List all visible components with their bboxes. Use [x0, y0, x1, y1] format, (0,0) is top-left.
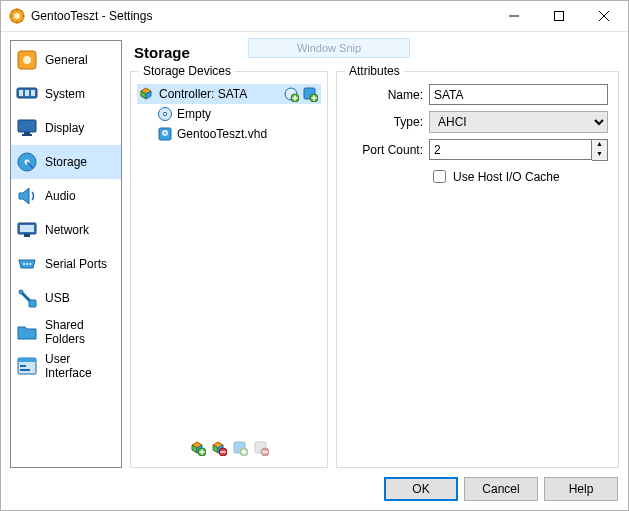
attributes-legend: Attributes	[345, 64, 404, 78]
hostio-label: Use Host I/O Cache	[453, 170, 560, 184]
sidebar-item-usb[interactable]: USB	[11, 281, 121, 315]
sidebar-item-network[interactable]: Network	[11, 213, 121, 247]
storage-icon	[15, 150, 39, 174]
storage-devices-legend: Storage Devices	[139, 64, 235, 78]
dialog-footer: OK Cancel Help	[1, 468, 628, 510]
sidebar-item-label: USB	[45, 291, 70, 305]
ok-button[interactable]: OK	[384, 477, 458, 501]
sidebar-item-label: General	[45, 53, 88, 67]
attributes-group: Attributes Name: Type: AHCI Port Count: …	[336, 71, 619, 468]
sidebar-item-label: Shared Folders	[45, 318, 117, 346]
network-icon	[15, 218, 39, 242]
tree-item-vhd[interactable]: GentooTeszt.vhd	[137, 124, 321, 144]
minimize-button[interactable]	[491, 2, 536, 31]
ui-icon	[15, 354, 39, 378]
sidebar-item-audio[interactable]: Audio	[11, 179, 121, 213]
add-controller-button[interactable]	[189, 439, 207, 457]
tree-item-empty[interactable]: Empty	[137, 104, 321, 124]
cancel-button[interactable]: Cancel	[464, 477, 538, 501]
system-icon	[15, 82, 39, 106]
add-attachment-button[interactable]	[231, 439, 249, 457]
hostio-checkbox[interactable]	[433, 170, 446, 183]
remove-attachment-button[interactable]	[252, 439, 270, 457]
portcount-spin[interactable]: ▲▼	[592, 139, 608, 161]
sidebar-item-label: Storage	[45, 155, 87, 169]
svg-line-12	[599, 11, 609, 21]
type-select[interactable]: AHCI	[429, 111, 608, 133]
remove-controller-button[interactable]	[210, 439, 228, 457]
app-icon	[9, 8, 25, 24]
svg-line-13	[599, 11, 609, 21]
controller-label: Controller: SATA	[159, 87, 247, 101]
tree-item-label: GentooTeszt.vhd	[177, 127, 267, 141]
serial-icon	[15, 252, 39, 276]
folder-icon	[15, 320, 39, 344]
svg-rect-11	[554, 12, 563, 21]
general-icon	[15, 48, 39, 72]
sidebar-item-serial[interactable]: Serial Ports	[11, 247, 121, 281]
sidebar-item-display[interactable]: Display	[11, 111, 121, 145]
sidebar-item-ui[interactable]: User Interface	[11, 349, 121, 383]
add-optical-button[interactable]	[282, 85, 300, 103]
help-button[interactable]: Help	[544, 477, 618, 501]
hdd-icon	[157, 126, 173, 142]
sidebar-item-label: Display	[45, 121, 84, 135]
audio-icon	[15, 184, 39, 208]
svg-point-1	[14, 13, 20, 19]
settings-window: GentooTeszt - Settings Window Snip Gener…	[0, 0, 629, 511]
settings-sidebar: GeneralSystemDisplayStorageAudioNetworkS…	[10, 40, 122, 468]
storage-devices-group: Storage Devices Controller: SATA	[130, 71, 328, 468]
sidebar-item-storage[interactable]: Storage	[11, 145, 121, 179]
controller-row[interactable]: Controller: SATA	[137, 84, 321, 104]
portcount-label: Port Count:	[347, 143, 423, 157]
sidebar-item-label: System	[45, 87, 85, 101]
controller-icon	[139, 86, 155, 102]
sidebar-item-label: Network	[45, 223, 89, 237]
sidebar-item-folder[interactable]: Shared Folders	[11, 315, 121, 349]
add-harddisk-button[interactable]	[301, 85, 319, 103]
sidebar-item-system[interactable]: System	[11, 77, 121, 111]
sidebar-item-label: User Interface	[45, 352, 117, 380]
storage-tree[interactable]: Controller: SATA Empty Gen	[137, 82, 321, 431]
close-button[interactable]	[581, 2, 626, 31]
type-label: Type:	[347, 115, 423, 129]
display-icon	[15, 116, 39, 140]
name-label: Name:	[347, 88, 423, 102]
maximize-button[interactable]	[536, 2, 581, 31]
main-panel: Storage Storage Devices Controller: SATA	[128, 40, 619, 468]
name-field[interactable]	[429, 84, 608, 105]
storage-toolbar	[137, 431, 321, 461]
sidebar-item-general[interactable]: General	[11, 43, 121, 77]
sidebar-item-label: Audio	[45, 189, 76, 203]
usb-icon	[15, 286, 39, 310]
title-bar: GentooTeszt - Settings	[1, 1, 628, 32]
tree-item-label: Empty	[177, 107, 211, 121]
portcount-stepper[interactable]: ▲▼	[429, 139, 608, 161]
sidebar-item-label: Serial Ports	[45, 257, 107, 271]
cd-icon	[157, 106, 173, 122]
portcount-field[interactable]	[429, 139, 592, 160]
window-title: GentooTeszt - Settings	[31, 9, 152, 23]
